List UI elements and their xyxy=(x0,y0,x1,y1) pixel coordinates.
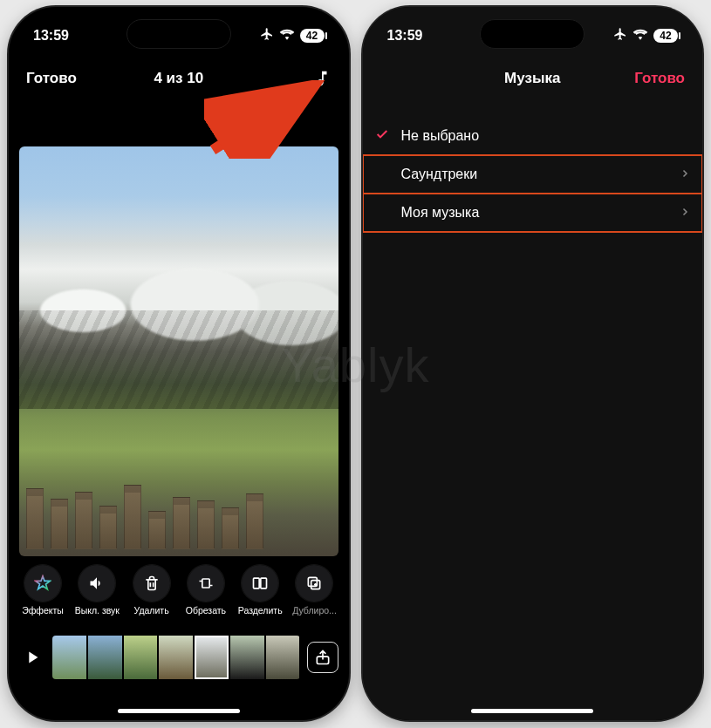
airplane-icon xyxy=(260,27,274,44)
thumb-2[interactable] xyxy=(88,636,122,679)
speaker-icon xyxy=(79,565,115,602)
effects-label: Эффекты xyxy=(22,605,64,616)
row-soundtracks[interactable]: Саундтреки xyxy=(363,155,703,194)
play-button[interactable] xyxy=(19,644,45,670)
crop-label: Обрезать xyxy=(186,605,226,616)
edit-toolbar: Эффекты Выкл. звук Удалить Обрезать xyxy=(19,565,338,616)
home-indicator[interactable] xyxy=(471,709,593,713)
mute-button[interactable]: Выкл. звук xyxy=(73,565,120,616)
duplicate-label: Дублиро... xyxy=(292,605,337,616)
duplicate-icon xyxy=(296,565,332,602)
svg-rect-2 xyxy=(202,579,209,588)
row-label: Саундтреки xyxy=(401,167,478,182)
wifi-icon xyxy=(632,28,648,44)
row-label: Моя музыка xyxy=(401,205,480,221)
clip-counter: 4 из 10 xyxy=(154,70,203,87)
thumb-3[interactable] xyxy=(124,636,158,679)
done-button[interactable]: Готово xyxy=(26,70,77,87)
split-button[interactable]: Разделить xyxy=(236,565,284,616)
music-options-list: Не выбрано Саундтреки Моя музыка xyxy=(363,117,703,232)
row-label: Не выбрано xyxy=(401,128,480,144)
svg-rect-4 xyxy=(261,578,267,589)
thumb-7[interactable] xyxy=(266,636,300,679)
home-indicator[interactable] xyxy=(118,709,240,713)
phone-right: 13:59 42 Музыка Готово Не выбрано xyxy=(363,7,703,720)
thumb-6[interactable] xyxy=(230,636,264,679)
split-label: Разделить xyxy=(238,605,283,616)
checkmark-icon xyxy=(375,127,389,145)
dynamic-island xyxy=(480,19,585,49)
editor-nav: Готово 4 из 10 xyxy=(9,59,349,98)
battery-indicator: 42 xyxy=(653,29,678,43)
delete-button[interactable]: Удалить xyxy=(128,565,175,616)
phone-left: 13:59 42 Готово 4 из 10 xyxy=(9,7,349,720)
svg-line-1 xyxy=(213,89,309,150)
status-time: 13:59 xyxy=(387,28,423,44)
battery-indicator: 42 xyxy=(300,29,325,43)
split-icon xyxy=(242,565,278,602)
row-none-selected[interactable]: Не выбрано xyxy=(363,117,703,155)
chevron-right-icon xyxy=(680,205,690,221)
timeline-thumbs[interactable] xyxy=(52,636,300,679)
chevron-right-icon xyxy=(680,167,690,182)
crop-icon xyxy=(188,565,224,602)
status-time: 13:59 xyxy=(33,28,69,44)
page-title: Музыка xyxy=(504,70,560,87)
row-my-music[interactable]: Моя музыка xyxy=(363,194,703,232)
thumb-1[interactable] xyxy=(52,636,86,679)
music-icon[interactable] xyxy=(312,69,332,88)
share-button[interactable] xyxy=(307,642,338,673)
dynamic-island xyxy=(126,19,231,49)
wifi-icon xyxy=(279,28,295,44)
duplicate-button[interactable]: Дублиро... xyxy=(291,565,338,616)
timeline-row xyxy=(19,631,338,684)
mute-label: Выкл. звук xyxy=(75,605,120,616)
thumb-4[interactable] xyxy=(159,636,193,679)
airplane-icon xyxy=(613,27,627,44)
trash-icon xyxy=(133,565,170,602)
crop-button[interactable]: Обрезать xyxy=(182,565,229,616)
photo-preview[interactable] xyxy=(19,146,338,556)
effects-button[interactable]: Эффекты xyxy=(19,565,66,616)
thumb-5-selected[interactable] xyxy=(195,636,229,679)
delete-label: Удалить xyxy=(134,605,169,616)
done-button[interactable]: Готово xyxy=(634,70,685,87)
music-nav: Музыка Готово xyxy=(363,59,703,98)
svg-rect-3 xyxy=(254,578,260,589)
star-icon xyxy=(24,565,61,602)
